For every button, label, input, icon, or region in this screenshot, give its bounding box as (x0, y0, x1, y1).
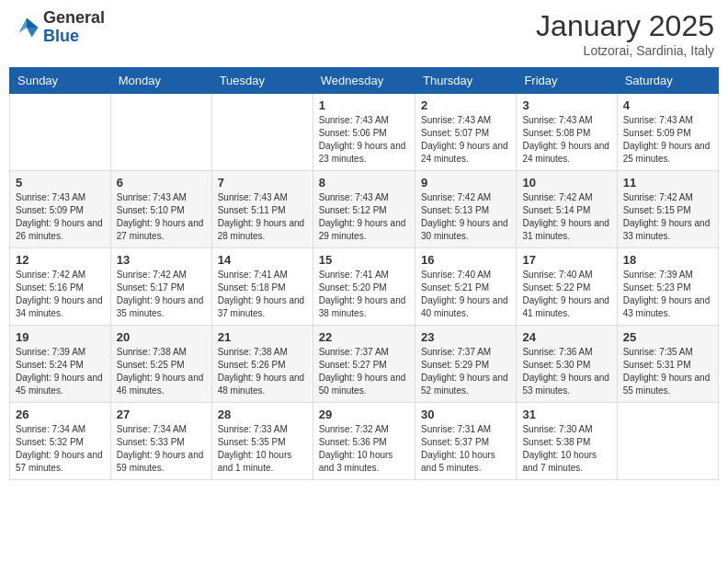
day-number: 28 (218, 408, 307, 421)
day-number: 31 (522, 408, 610, 421)
weekday-header-row: Sunday Monday Tuesday Wednesday Thursday… (10, 68, 719, 94)
calendar-cell-2-5: 17Sunrise: 7:40 AMSunset: 5:22 PMDayligh… (517, 248, 617, 326)
day-info: Sunrise: 7:34 AMSunset: 5:33 PMDaylight:… (117, 423, 206, 475)
calendar-cell-3-6: 25Sunrise: 7:35 AMSunset: 5:31 PMDayligh… (617, 326, 718, 403)
day-info: Sunrise: 7:43 AMSunset: 5:11 PMDaylight:… (218, 191, 307, 243)
day-info: Sunrise: 7:39 AMSunset: 5:24 PMDaylight:… (16, 346, 105, 397)
day-number: 19 (16, 330, 105, 344)
calendar-cell-1-3: 8Sunrise: 7:43 AMSunset: 5:12 PMDaylight… (313, 171, 415, 248)
calendar-cell-0-0 (10, 94, 111, 171)
calendar-cell-1-4: 9Sunrise: 7:42 AMSunset: 5:13 PMDaylight… (415, 171, 517, 248)
day-number: 6 (117, 176, 206, 190)
logo-text: General Blue (43, 9, 105, 46)
day-number: 4 (623, 98, 712, 112)
week-row-5: 26Sunrise: 7:34 AMSunset: 5:32 PMDayligh… (10, 403, 719, 480)
calendar-cell-1-0: 5Sunrise: 7:43 AMSunset: 5:09 PMDaylight… (10, 171, 111, 248)
day-info: Sunrise: 7:43 AMSunset: 5:10 PMDaylight:… (117, 191, 206, 243)
calendar-cell-3-5: 24Sunrise: 7:36 AMSunset: 5:30 PMDayligh… (517, 326, 617, 403)
calendar-cell-3-3: 22Sunrise: 7:37 AMSunset: 5:27 PMDayligh… (313, 326, 415, 403)
header-wednesday: Wednesday (313, 68, 415, 94)
calendar-cell-2-1: 13Sunrise: 7:42 AMSunset: 5:17 PMDayligh… (110, 248, 211, 326)
calendar-cell-1-2: 7Sunrise: 7:43 AMSunset: 5:11 PMDaylight… (211, 171, 313, 248)
day-number: 10 (522, 176, 610, 190)
day-number: 17 (522, 253, 610, 267)
day-info: Sunrise: 7:32 AMSunset: 5:36 PMDaylight:… (319, 423, 409, 475)
calendar-cell-2-2: 14Sunrise: 7:41 AMSunset: 5:18 PMDayligh… (211, 248, 313, 326)
day-info: Sunrise: 7:43 AMSunset: 5:08 PMDaylight:… (522, 114, 610, 166)
calendar-page: General Blue January 2025 Lotzorai, Sard… (0, 0, 728, 489)
logo-icon (14, 15, 40, 40)
month-title: January 2025 (536, 9, 714, 43)
calendar-cell-4-6 (617, 403, 718, 480)
day-info: Sunrise: 7:40 AMSunset: 5:21 PMDaylight:… (421, 269, 510, 320)
header-thursday: Thursday (415, 68, 517, 94)
calendar-cell-2-4: 16Sunrise: 7:40 AMSunset: 5:21 PMDayligh… (415, 248, 517, 326)
day-info: Sunrise: 7:43 AMSunset: 5:09 PMDaylight:… (16, 191, 105, 243)
day-number: 25 (623, 330, 712, 344)
day-info: Sunrise: 7:42 AMSunset: 5:15 PMDaylight:… (623, 191, 712, 243)
calendar-cell-0-4: 2Sunrise: 7:43 AMSunset: 5:07 PMDaylight… (415, 94, 517, 171)
day-number: 8 (319, 176, 409, 190)
calendar-cell-1-1: 6Sunrise: 7:43 AMSunset: 5:10 PMDaylight… (110, 171, 211, 248)
calendar-cell-4-3: 29Sunrise: 7:32 AMSunset: 5:36 PMDayligh… (313, 403, 415, 480)
day-number: 12 (16, 253, 105, 267)
day-info: Sunrise: 7:37 AMSunset: 5:27 PMDaylight:… (319, 346, 409, 397)
calendar-cell-1-6: 11Sunrise: 7:42 AMSunset: 5:15 PMDayligh… (617, 171, 718, 248)
calendar-cell-4-1: 27Sunrise: 7:34 AMSunset: 5:33 PMDayligh… (110, 403, 211, 480)
week-row-3: 12Sunrise: 7:42 AMSunset: 5:16 PMDayligh… (10, 248, 719, 326)
day-number: 11 (623, 176, 712, 190)
day-number: 5 (16, 176, 105, 190)
day-info: Sunrise: 7:42 AMSunset: 5:14 PMDaylight:… (522, 191, 610, 243)
day-info: Sunrise: 7:43 AMSunset: 5:06 PMDaylight:… (319, 114, 409, 166)
day-info: Sunrise: 7:39 AMSunset: 5:23 PMDaylight:… (623, 269, 712, 320)
logo: General Blue (14, 9, 105, 46)
day-number: 18 (623, 253, 712, 267)
day-info: Sunrise: 7:43 AMSunset: 5:12 PMDaylight:… (319, 191, 409, 243)
logo-general-text: General (43, 9, 105, 28)
day-info: Sunrise: 7:33 AMSunset: 5:35 PMDaylight:… (218, 423, 307, 475)
day-number: 15 (319, 253, 409, 267)
calendar-cell-4-0: 26Sunrise: 7:34 AMSunset: 5:32 PMDayligh… (10, 403, 111, 480)
calendar-cell-3-0: 19Sunrise: 7:39 AMSunset: 5:24 PMDayligh… (10, 326, 111, 403)
calendar-cell-2-0: 12Sunrise: 7:42 AMSunset: 5:16 PMDayligh… (10, 248, 111, 326)
calendar-cell-0-1 (110, 94, 211, 171)
location-text: Lotzorai, Sardinia, Italy (536, 43, 714, 58)
week-row-1: 1Sunrise: 7:43 AMSunset: 5:06 PMDaylight… (10, 94, 719, 171)
day-number: 9 (421, 176, 510, 190)
header-tuesday: Tuesday (211, 68, 313, 94)
calendar-cell-4-2: 28Sunrise: 7:33 AMSunset: 5:35 PMDayligh… (211, 403, 313, 480)
day-number: 27 (117, 408, 206, 421)
day-number: 1 (319, 98, 409, 112)
calendar-cell-2-3: 15Sunrise: 7:41 AMSunset: 5:20 PMDayligh… (313, 248, 415, 326)
calendar-cell-4-4: 30Sunrise: 7:31 AMSunset: 5:37 PMDayligh… (415, 403, 517, 480)
day-number: 2 (421, 98, 510, 112)
calendar-cell-3-1: 20Sunrise: 7:38 AMSunset: 5:25 PMDayligh… (110, 326, 211, 403)
day-info: Sunrise: 7:42 AMSunset: 5:16 PMDaylight:… (16, 269, 105, 320)
title-section: January 2025 Lotzorai, Sardinia, Italy (536, 9, 714, 58)
day-number: 16 (421, 253, 510, 267)
day-number: 21 (218, 330, 307, 344)
calendar-cell-0-6: 4Sunrise: 7:43 AMSunset: 5:09 PMDaylight… (617, 94, 718, 171)
day-info: Sunrise: 7:30 AMSunset: 5:38 PMDaylight:… (522, 423, 610, 475)
day-info: Sunrise: 7:43 AMSunset: 5:07 PMDaylight:… (421, 114, 510, 166)
header-saturday: Saturday (617, 68, 718, 94)
day-info: Sunrise: 7:38 AMSunset: 5:25 PMDaylight:… (117, 346, 206, 397)
day-info: Sunrise: 7:36 AMSunset: 5:30 PMDaylight:… (522, 346, 610, 397)
day-number: 24 (522, 330, 610, 344)
day-number: 3 (522, 98, 610, 112)
day-number: 23 (421, 330, 510, 344)
day-number: 14 (218, 253, 307, 267)
day-info: Sunrise: 7:42 AMSunset: 5:17 PMDaylight:… (117, 269, 206, 320)
week-row-2: 5Sunrise: 7:43 AMSunset: 5:09 PMDaylight… (10, 171, 719, 248)
day-number: 26 (16, 408, 105, 421)
day-number: 29 (319, 408, 409, 421)
header-friday: Friday (517, 68, 617, 94)
calendar-cell-3-4: 23Sunrise: 7:37 AMSunset: 5:29 PMDayligh… (415, 326, 517, 403)
calendar-cell-0-5: 3Sunrise: 7:43 AMSunset: 5:08 PMDaylight… (517, 94, 617, 171)
day-info: Sunrise: 7:43 AMSunset: 5:09 PMDaylight:… (623, 114, 712, 166)
calendar-cell-3-2: 21Sunrise: 7:38 AMSunset: 5:26 PMDayligh… (211, 326, 313, 403)
day-number: 13 (117, 253, 206, 267)
svg-marker-1 (27, 17, 39, 28)
day-info: Sunrise: 7:35 AMSunset: 5:31 PMDaylight:… (623, 346, 712, 397)
day-info: Sunrise: 7:34 AMSunset: 5:32 PMDaylight:… (16, 423, 105, 475)
